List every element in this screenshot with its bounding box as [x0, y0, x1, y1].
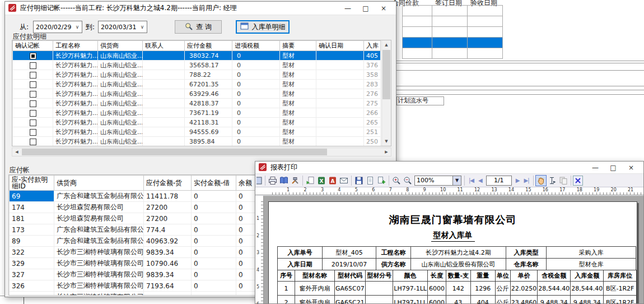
cell[interactable]: 0: [192, 269, 236, 280]
minimize-button[interactable]: —: [339, 2, 357, 15]
cell[interactable]: 0: [232, 61, 280, 70]
next-page-button[interactable]: ▶: [514, 177, 522, 183]
multi-page-icon[interactable]: [376, 175, 387, 186]
cell[interactable]: 322: [10, 247, 54, 258]
cell[interactable]: [13, 99, 53, 108]
table-row[interactable]: [402, 27, 503, 38]
table-row[interactable]: 69广东合和建筑五金制品有限公司11411.7800: [10, 191, 260, 202]
cell[interactable]: 0: [232, 51, 280, 61]
confirm-checkbox[interactable]: [30, 110, 36, 117]
cell[interactable]: 0: [192, 191, 236, 202]
table-row[interactable]: 329长沙市三湘特种玻璃有限公司10790.4600: [10, 258, 260, 269]
cell[interactable]: [316, 61, 364, 70]
cell[interactable]: 长沙市三湘特种玻璃有限公司: [54, 269, 144, 280]
page-number-field[interactable]: 1/1: [486, 176, 512, 186]
table-row[interactable]: 89广东合和建筑五金制品有限公司40963.9200: [10, 236, 260, 247]
column-header[interactable]: 联系人: [143, 41, 185, 51]
cell[interactable]: 0: [232, 127, 280, 137]
cell[interactable]: 774.4: [144, 224, 192, 236]
query-button[interactable]: 查 询: [175, 20, 222, 34]
cell[interactable]: [13, 127, 53, 137]
cell[interactable]: 0: [232, 118, 280, 127]
cell[interactable]: [143, 127, 185, 137]
cell[interactable]: [316, 127, 364, 137]
cell[interactable]: 63929.46: [185, 89, 232, 99]
cell[interactable]: [13, 108, 53, 118]
column-header[interactable]: 实付金额-借: [192, 176, 236, 191]
export-icon[interactable]: [305, 175, 316, 186]
vertical-scrollbar[interactable]: ▲ ▼: [381, 40, 391, 146]
cell[interactable]: 0: [192, 236, 236, 247]
cell[interactable]: 327: [10, 269, 54, 280]
cell[interactable]: 山东南山铝业...: [98, 137, 143, 146]
cell[interactable]: 89: [10, 236, 54, 247]
horizontal-scrollbar[interactable]: ◀ ▶: [12, 148, 391, 156]
first-page-button[interactable]: |◀: [466, 177, 476, 183]
zoom-out-icon[interactable]: [402, 175, 413, 186]
prev-page-button[interactable]: ◀: [476, 177, 484, 183]
table-row[interactable]: 长沙万科魅力...山东南山铝业...38032.740型材405: [13, 51, 381, 61]
table-row[interactable]: 长沙万科魅力...山东南山铝业...788.220型材358: [13, 70, 381, 80]
cell[interactable]: 9839.34: [144, 247, 192, 258]
cell[interactable]: 型材: [280, 89, 316, 99]
cell[interactable]: [13, 61, 53, 70]
column-header[interactable]: 工程名称: [53, 41, 98, 51]
column-header[interactable]: 确认记帐: [13, 41, 53, 51]
cell[interactable]: [316, 51, 364, 61]
cell[interactable]: [316, 137, 364, 146]
table-row-selected[interactable]: [402, 38, 503, 48]
cell[interactable]: [10, 292, 54, 296]
cell[interactable]: 329: [10, 258, 54, 269]
scrollbar-thumb[interactable]: [22, 149, 327, 155]
cell[interactable]: 0: [192, 224, 236, 236]
cell[interactable]: 266: [364, 108, 381, 118]
cell[interactable]: 265: [364, 118, 381, 127]
cell[interactable]: [143, 118, 185, 127]
column-header[interactable]: 进项税额: [232, 41, 280, 51]
cell[interactable]: [13, 51, 53, 61]
cell[interactable]: [143, 70, 185, 80]
zoom-in-icon[interactable]: [391, 175, 402, 186]
cell[interactable]: [13, 118, 53, 127]
table-row[interactable]: 174长沙坦森贸易有限公司2720000: [10, 202, 260, 213]
cell[interactable]: 0: [232, 80, 280, 89]
close-button[interactable]: ×: [622, 162, 640, 174]
titlebar[interactable]: 报表打印 — □ ×: [255, 162, 643, 174]
close-button[interactable]: ×: [375, 2, 393, 15]
zoom-level-select[interactable]: 100% ▼: [414, 176, 461, 186]
column-header[interactable]: 摘要: [280, 41, 316, 51]
cell[interactable]: 广东合和建筑五金制品有限公司: [54, 236, 144, 247]
scroll-left-arrow[interactable]: ◀: [12, 148, 21, 156]
cell[interactable]: 长沙万科魅力...: [53, 99, 98, 108]
table-row[interactable]: 长沙万科魅力...山东南山铝业...94555.690型材251: [13, 127, 381, 137]
cell[interactable]: 10790.46: [144, 258, 192, 269]
cell[interactable]: [192, 292, 236, 296]
close-preview-icon[interactable]: [573, 176, 583, 186]
save-icon[interactable]: [353, 175, 365, 186]
book-icon[interactable]: [278, 175, 290, 186]
cell[interactable]: 3895.84: [185, 137, 232, 146]
cell[interactable]: [143, 99, 185, 108]
from-date-combo[interactable]: 2020/02/29 ∨: [33, 21, 82, 33]
cell[interactable]: 山东南山铝业...: [98, 70, 143, 80]
cell[interactable]: 0: [232, 108, 280, 118]
cell[interactable]: 283: [364, 80, 381, 89]
cell[interactable]: 型材: [280, 70, 316, 80]
cell[interactable]: 0: [192, 258, 236, 269]
cell[interactable]: [316, 118, 364, 127]
column-header[interactable]: 确认日期: [316, 41, 364, 51]
cell[interactable]: 181: [10, 213, 54, 224]
text-select-icon[interactable]: [547, 175, 558, 186]
hand-tool-icon[interactable]: [535, 175, 547, 186]
cell[interactable]: [144, 292, 192, 296]
confirm-checkbox[interactable]: [30, 119, 36, 126]
cell[interactable]: 广东合和建筑五金制品有限公司: [54, 191, 144, 202]
cell[interactable]: 长沙坦森贸易有限公司: [54, 213, 144, 224]
cell[interactable]: 11411.78: [144, 191, 192, 202]
report-preview-area[interactable]: 123456 湖南巨晟门窗幕墙有限公司 型材入库单 入库单号型材_405工程名称…: [255, 196, 643, 303]
cell[interactable]: 27200: [144, 213, 192, 224]
cell[interactable]: 长沙市三湘特种玻璃有限公司: [54, 258, 144, 269]
confirm-checkbox[interactable]: [30, 139, 36, 145]
table-row[interactable]: 长沙万科魅力...山东南山铝业...3895.840型材250: [13, 137, 381, 146]
cell[interactable]: 型材: [280, 51, 316, 61]
